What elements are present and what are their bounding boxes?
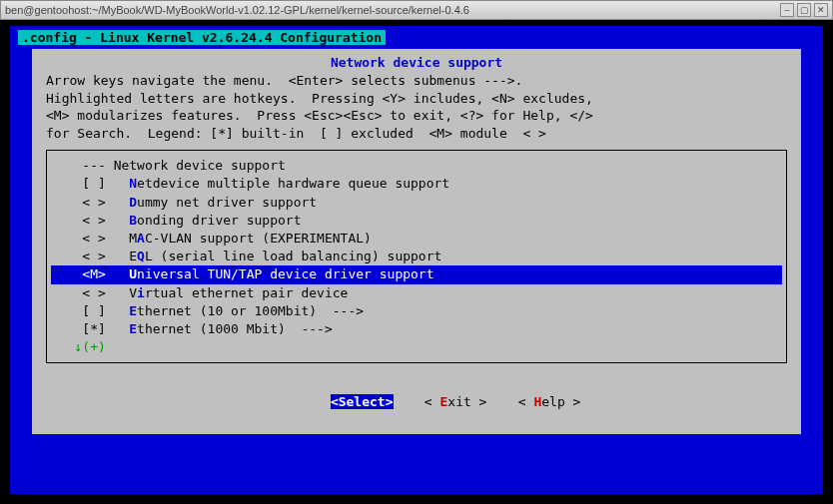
menu-item-7[interactable]: < > Virtual ethernet pair device bbox=[51, 284, 782, 302]
menu-list[interactable]: --- Network device support [ ] Netdevice… bbox=[46, 150, 787, 363]
menu-item-8[interactable]: [ ] Ethernet (10 or 100Mbit) ---> bbox=[51, 302, 782, 320]
button-row: <Select> < Exit > < Help > bbox=[46, 379, 787, 424]
terminal-area: .config - Linux Kernel v2.6.24.4 Configu… bbox=[0, 20, 833, 504]
menuconfig-screen: .config - Linux Kernel v2.6.24.4 Configu… bbox=[10, 26, 823, 494]
menu-item-4[interactable]: < > MAC-VLAN support (EXPERIMENTAL) bbox=[51, 230, 782, 248]
config-title: .config - Linux Kernel v2.6.24.4 Configu… bbox=[18, 30, 386, 45]
menu-item-5[interactable]: < > EQL (serial line load balancing) sup… bbox=[51, 248, 782, 265]
more-indicator: ↓(+) bbox=[51, 338, 782, 356]
menu-item-2[interactable]: < > Dummy net driver support bbox=[51, 194, 782, 212]
menu-item-0[interactable]: --- Network device support bbox=[51, 157, 782, 175]
menu-item-6[interactable]: <M> Universal TUN/TAP device driver supp… bbox=[51, 265, 782, 283]
menu-item-9[interactable]: [*] Ethernet (1000 Mbit) ---> bbox=[51, 320, 782, 338]
section-title: Network device support bbox=[46, 55, 787, 70]
exit-button[interactable]: < Exit > bbox=[424, 394, 487, 409]
window-controls: – ▢ ✕ bbox=[780, 3, 828, 17]
close-button[interactable]: ✕ bbox=[814, 3, 828, 17]
config-title-row: .config - Linux Kernel v2.6.24.4 Configu… bbox=[10, 26, 823, 49]
help-button[interactable]: < Help > bbox=[518, 394, 581, 409]
menu-item-1[interactable]: [ ] Netdevice multiple hardware queue su… bbox=[51, 175, 782, 193]
minimize-button[interactable]: – bbox=[780, 3, 794, 17]
window-titlebar: ben@gentoohost:~/MyBook/WD-MyBookWorld-v… bbox=[0, 0, 833, 20]
menu-item-3[interactable]: < > Bonding driver support bbox=[51, 212, 782, 230]
select-button[interactable]: <Select> bbox=[331, 394, 394, 409]
instructions: Arrow keys navigate the menu. <Enter> se… bbox=[46, 72, 787, 142]
titlebar-title: ben@gentoohost:~/MyBook/WD-MyBookWorld-v… bbox=[5, 4, 780, 16]
dialog-panel: Network device support Arrow keys naviga… bbox=[32, 49, 801, 434]
maximize-button[interactable]: ▢ bbox=[797, 3, 811, 17]
